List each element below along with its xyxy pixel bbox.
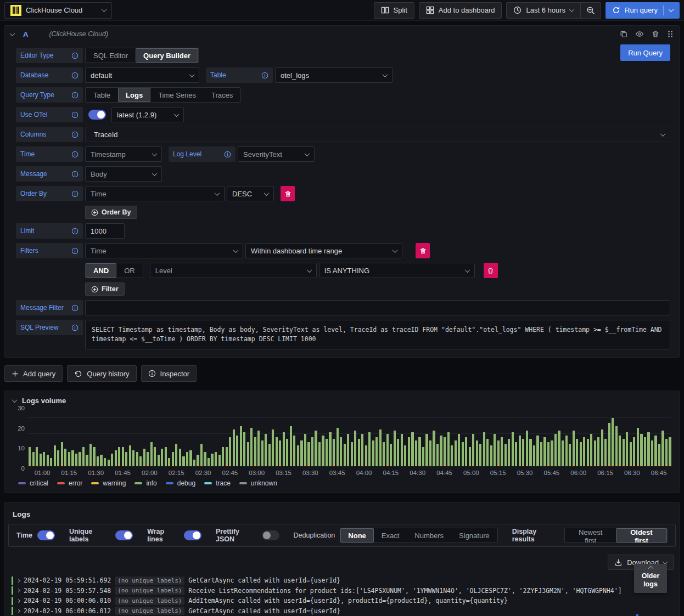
- info-icon[interactable]: [71, 131, 79, 138]
- filter-conjunction-group-option-or[interactable]: OR: [116, 263, 143, 278]
- legend-item-unknown[interactable]: unknown: [239, 479, 277, 487]
- add-order-by-button[interactable]: Order By: [85, 206, 137, 219]
- legend-item-info[interactable]: info: [134, 479, 156, 487]
- info-icon[interactable]: [224, 151, 231, 158]
- log-row[interactable]: 2024-02-19 06:00:06.010(no unique labels…: [12, 596, 641, 606]
- chevron-down-icon: [174, 111, 180, 117]
- add-to-dashboard-button[interactable]: Add to dashboard: [419, 2, 502, 19]
- display-results-group-option-newest-first[interactable]: Newest first: [565, 528, 615, 542]
- limit-input[interactable]: 1000: [85, 223, 125, 239]
- filter-field-select[interactable]: Time: [85, 243, 243, 258]
- x-tick: 04:15: [383, 470, 399, 476]
- message-column-select[interactable]: Body: [85, 166, 162, 182]
- zoom-out-button[interactable]: [581, 2, 601, 19]
- info-icon[interactable]: [71, 190, 79, 197]
- query-type-group-option-traces[interactable]: Traces: [204, 88, 240, 102]
- filter-conjunction-group-option-and[interactable]: AND: [86, 263, 116, 278]
- time-column-select[interactable]: Timestamp: [85, 146, 162, 162]
- editor-type-group-option-query-builder[interactable]: Query Builder: [136, 48, 198, 63]
- remove-order-by-button[interactable]: [281, 186, 295, 201]
- x-axis: 01:0001:1501:3001:4502:0002:1502:3002:45…: [28, 468, 671, 478]
- query-type-group-option-logs[interactable]: Logs: [118, 88, 150, 102]
- query-type-group-option-table[interactable]: Table: [86, 88, 118, 102]
- legend-item-debug[interactable]: debug: [166, 479, 195, 487]
- query-ref-id[interactable]: A: [23, 30, 28, 38]
- expand-log-icon[interactable]: [16, 609, 20, 613]
- info-icon[interactable]: [71, 228, 79, 235]
- otel-version-select[interactable]: latest (1.2.9): [111, 107, 184, 122]
- columns-multiselect[interactable]: TraceId: [85, 127, 670, 142]
- log-row[interactable]: 2024-02-19 06:00:06.012(no unique labels…: [12, 606, 641, 616]
- info-icon[interactable]: [71, 92, 79, 99]
- editor-type-group-option-sql-editor[interactable]: SQL Editor: [86, 48, 136, 63]
- drag-handle-icon[interactable]: [667, 30, 674, 38]
- info-icon[interactable]: [71, 111, 79, 118]
- log-level-indicator: [12, 586, 13, 595]
- info-icon[interactable]: [71, 151, 79, 158]
- deduplication-group-option-numbers[interactable]: Numbers: [407, 528, 451, 542]
- x-tick: 06:15: [597, 470, 613, 476]
- x-tick: 04:30: [410, 470, 425, 476]
- collapse-panel-icon[interactable]: [12, 397, 18, 403]
- toggle-unique-labels-switch[interactable]: [115, 530, 133, 540]
- collapse-query-icon[interactable]: [10, 31, 15, 36]
- expand-log-icon[interactable]: [16, 579, 20, 583]
- log-labels-badge: (no unique labels): [115, 577, 184, 585]
- older-logs-button[interactable]: Older logs: [634, 564, 667, 593]
- info-icon[interactable]: [261, 72, 268, 79]
- run-query-button[interactable]: Run query: [605, 2, 680, 19]
- table-select[interactable]: otel_logs: [275, 67, 393, 83]
- datasource-picker[interactable]: ClickHouse Cloud: [4, 2, 112, 19]
- info-icon[interactable]: [71, 52, 79, 59]
- database-select[interactable]: default: [85, 67, 199, 83]
- deduplication-group-option-exact[interactable]: Exact: [374, 528, 407, 542]
- filter2-operator-select[interactable]: IS ANYTHING: [319, 263, 475, 278]
- add-filter-button[interactable]: Filter: [85, 282, 125, 296]
- order-by-direction-select[interactable]: DESC: [227, 186, 274, 201]
- hide-response-eye-icon[interactable]: [635, 30, 644, 38]
- sql-preview-text: SELECT Timestamp as timestamp, Body as b…: [85, 320, 670, 349]
- time-range-button[interactable]: Last 6 hours: [506, 2, 581, 19]
- add-query-button[interactable]: Add query: [4, 365, 63, 382]
- expand-log-icon[interactable]: [16, 599, 20, 603]
- remove-filter-button[interactable]: [416, 243, 430, 258]
- expand-log-icon[interactable]: [16, 589, 20, 592]
- info-icon[interactable]: [71, 304, 79, 312]
- message-filter-input[interactable]: [85, 300, 670, 315]
- split-icon: [381, 6, 389, 14]
- deduplication-group: NoneExactNumbersSignature: [340, 528, 497, 543]
- editor-type-group: SQL EditorQuery Builder: [85, 48, 199, 63]
- info-icon[interactable]: [71, 72, 79, 79]
- display-results-group-option-oldest-first[interactable]: Oldest first: [616, 528, 667, 542]
- info-icon[interactable]: [71, 247, 79, 255]
- log-level-select[interactable]: SeverityText: [238, 146, 315, 162]
- order-by-field-select[interactable]: Time: [85, 186, 225, 201]
- logs-volume-panel: Logs volume 0102030 01:0001:1501:3001:45…: [4, 391, 680, 493]
- remove-query-trash-icon[interactable]: [652, 30, 659, 38]
- legend-item-critical[interactable]: critical: [18, 479, 48, 487]
- deduplication-group-option-signature[interactable]: Signature: [451, 528, 497, 542]
- toggle-time-switch[interactable]: [37, 530, 55, 540]
- legend-item-trace[interactable]: trace: [204, 479, 231, 487]
- log-row[interactable]: 2024-02-19 05:59:57.548(no unique labels…: [12, 586, 641, 596]
- run-query-panel-button[interactable]: Run Query: [620, 44, 670, 61]
- info-icon[interactable]: [71, 324, 79, 331]
- query-history-button[interactable]: Query history: [67, 365, 136, 382]
- filter2-field-select[interactable]: Level: [150, 263, 317, 278]
- info-icon[interactable]: [71, 171, 79, 178]
- remove-filter2-button[interactable]: [484, 263, 498, 278]
- filter-operator-select[interactable]: Within dashboard time range: [245, 243, 402, 258]
- duplicate-query-icon[interactable]: [620, 30, 627, 38]
- legend-item-warning[interactable]: warning: [91, 479, 126, 487]
- inspector-button[interactable]: Inspector: [141, 365, 197, 382]
- query-type-group-option-time-series[interactable]: Time Series: [150, 88, 204, 102]
- use-otel-toggle[interactable]: [88, 110, 106, 120]
- log-row[interactable]: 2024-02-19 05:59:51.692(no unique labels…: [12, 575, 641, 586]
- legend-item-error[interactable]: error: [57, 479, 82, 487]
- split-button[interactable]: Split: [374, 2, 414, 19]
- toggle-wrap-lines-switch[interactable]: [184, 530, 201, 540]
- logs-volume-plot[interactable]: [28, 418, 671, 466]
- deduplication-group-option-none[interactable]: None: [340, 528, 374, 542]
- toggle-prettify-json-switch[interactable]: [262, 530, 279, 540]
- chevron-down-icon: [215, 190, 220, 196]
